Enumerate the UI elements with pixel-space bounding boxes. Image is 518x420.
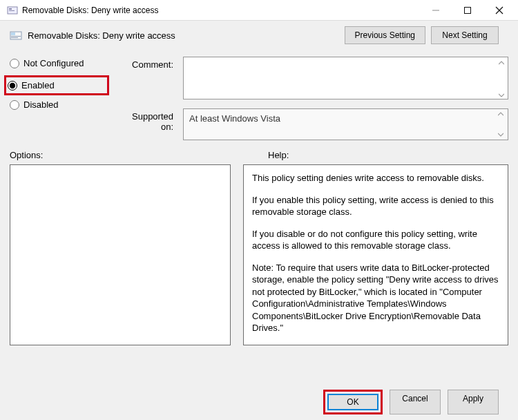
window-controls [420, 0, 515, 21]
comment-label: Comment: [119, 57, 178, 102]
radio-column: Not Configured Enabled Disabled [10, 57, 113, 140]
radio-enabled[interactable]: Enabled [8, 80, 106, 90]
svg-rect-8 [11, 32, 15, 35]
policy-icon [10, 29, 22, 41]
comment-input[interactable] [183, 57, 508, 99]
help-text-1: This policy setting denies write access … [252, 172, 499, 184]
svg-rect-9 [11, 36, 21, 37]
svg-rect-1 [9, 8, 12, 10]
chevron-up-icon[interactable] [497, 111, 505, 117]
svg-rect-2 [9, 10, 15, 11]
content: Removable Disks: Deny write access Previ… [0, 21, 518, 420]
radio-disabled-input[interactable] [10, 100, 19, 110]
options-label: Options: [10, 150, 268, 160]
svg-rect-4 [465, 7, 471, 13]
radio-enabled-label: Enabled [21, 80, 55, 90]
close-button[interactable] [483, 0, 515, 21]
supported-row: Supported on: At least Windows Vista [119, 108, 508, 140]
help-label: Help: [268, 150, 508, 160]
apply-button[interactable]: Apply [448, 390, 499, 414]
radio-not-configured-label: Not Configured [23, 58, 84, 68]
footer: OK Cancel Apply [10, 390, 508, 414]
panes: This policy setting denies write access … [10, 164, 508, 383]
help-text-2: If you enable this policy setting, write… [252, 194, 499, 218]
previous-setting-button[interactable]: Previous Setting [345, 26, 425, 44]
chevron-down-icon[interactable] [497, 92, 506, 99]
options-box [10, 164, 231, 345]
radio-not-configured-input[interactable] [10, 59, 19, 68]
window-icon [7, 5, 18, 16]
next-setting-button[interactable]: Next Setting [431, 26, 499, 44]
help-text-4: Note: To require that users write data t… [252, 262, 499, 334]
chevron-up-icon[interactable] [497, 59, 506, 66]
window-title: Removable Disks: Deny write access [22, 6, 420, 15]
header: Removable Disks: Deny write access Previ… [10, 26, 508, 44]
pane-labels: Options: Help: [10, 150, 508, 160]
policy-title: Removable Disks: Deny write access [28, 30, 339, 41]
cancel-button[interactable]: Cancel [390, 390, 441, 414]
radio-not-configured[interactable]: Not Configured [10, 58, 113, 68]
ok-button[interactable]: OK [327, 394, 378, 410]
chevron-down-icon[interactable] [497, 131, 505, 138]
svg-rect-10 [11, 37, 18, 38]
titlebar: Removable Disks: Deny write access [0, 0, 518, 21]
supported-on-label: Supported on: [119, 108, 178, 140]
help-box: This policy setting denies write access … [243, 164, 508, 345]
supported-on-text: At least Windows Vista [189, 113, 280, 124]
supported-on-box: At least Windows Vista [183, 108, 508, 140]
radio-disabled-label: Disabled [23, 99, 59, 110]
help-text-3: If you disable or do not configure this … [252, 228, 499, 252]
config-section: Not Configured Enabled Disabled Comment: [10, 57, 508, 140]
highlight-enabled: Enabled [4, 75, 109, 95]
highlight-ok: OK [323, 390, 383, 414]
nav-buttons: Previous Setting Next Setting [345, 26, 508, 44]
radio-enabled-input[interactable] [8, 81, 17, 90]
radio-disabled[interactable]: Disabled [10, 99, 113, 110]
maximize-button[interactable] [452, 0, 483, 21]
minimize-button[interactable] [420, 0, 452, 21]
